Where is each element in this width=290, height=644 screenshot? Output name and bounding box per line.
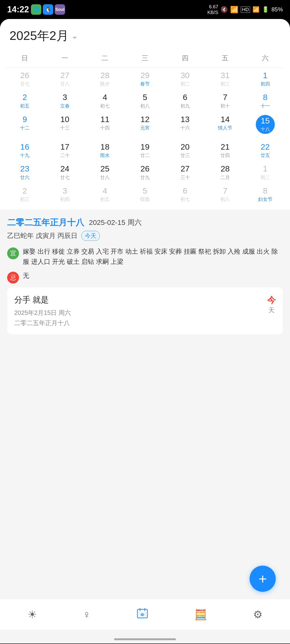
day-mar7[interactable]: 7 初八 [205,183,245,205]
add-event-button[interactable]: + [250,566,276,592]
ganzhi-line: 乙巳蛇年 戊寅月 丙辰日 今天 [7,231,283,241]
day-feb10[interactable]: 10 十三 [45,112,85,139]
weekday-wed: 三 [125,51,165,65]
weekday-mon: 一 [45,51,85,65]
day-mar1[interactable]: 1 初二 [245,161,285,183]
yi-text: 嫁娶 出行 移徙 立券 交易 入宅 开市 动土 祈福 安床 安葬 挂匾 祭祀 拆… [23,246,283,267]
day-mar2[interactable]: 2 初三 [5,183,45,205]
month-toggle-button[interactable]: ⌄ [72,31,78,40]
bottom-nav: ☀ ♀ 15 🧮 ⚙ [0,599,290,630]
spacer [7,338,283,476]
day-feb27[interactable]: 27 三十 [165,161,205,183]
weather-icon: ☀ [28,608,37,620]
nav-anniversary[interactable]: ♀ [78,606,95,623]
status-bar: 14:22 🌐 🐧 Soul 6.67KB/S 🔇 📶 HD 📶 🔋 85% [0,0,290,19]
day-mar4[interactable]: 4 初五 [85,183,125,205]
event-card[interactable]: 分手 就是 2025年2月15日 周六 二零二五年正月十八 今 天 [7,287,283,334]
week-3: 9 十二 10 十三 11 十四 12 元宵 13 十六 14 情人节 [5,112,285,139]
day-feb9[interactable]: 9 十二 [5,112,45,139]
weekday-row: 日 一 二 三 四 五 六 [5,49,285,68]
event-title: 分手 就是 [14,294,267,306]
day-jan28[interactable]: 28 除夕 [85,68,125,90]
weekday-sun: 日 [5,51,45,65]
day-feb19[interactable]: 19 廿二 [125,139,165,161]
day-feb20[interactable]: 20 廿三 [165,139,205,161]
calculator-icon: 🧮 [194,608,207,621]
signal-bars-icon: 📶 [230,6,238,14]
day-feb15-today[interactable]: 15 十八 [245,112,285,139]
app-container: 2025年2月 ⌄ 日 一 二 三 四 五 六 26 廿七 27 廿八 28 [0,19,290,644]
day-feb26[interactable]: 26 廿九 [125,161,165,183]
event-date: 2025年2月15日 周六 [14,309,267,317]
weekday-thu: 四 [165,51,205,65]
status-time: 14:22 [7,4,29,14]
app-icon-browser: 🌐 [31,4,41,15]
day-feb11[interactable]: 11 十四 [85,112,125,139]
day-feb5[interactable]: 5 初八 [125,90,165,111]
today-badge[interactable]: 今天 [81,231,100,241]
day-feb25[interactable]: 25 廿八 [85,161,125,183]
home-indicator [114,638,176,640]
nav-weather[interactable]: ☀ [23,606,42,623]
ganzhi-text: 乙巳蛇年 戊寅月 丙辰日 [7,231,78,240]
day-feb18[interactable]: 18 雨水 [85,139,125,161]
calendar-icon: 15 [136,608,148,622]
ji-row: 忌 无 [7,271,283,284]
battery-icon: 🔋 [262,6,269,13]
week-5: 23 廿六 24 廿七 25 廿八 26 廿九 27 三十 28 二月 [5,161,285,183]
day-jan26[interactable]: 26 廿七 [5,68,45,90]
day-feb21[interactable]: 21 廿四 [205,139,245,161]
nav-calculator[interactable]: 🧮 [189,606,212,623]
day-mar3[interactable]: 3 初四 [45,183,85,205]
day-mar6[interactable]: 6 初七 [165,183,205,205]
ji-badge: 忌 [7,272,19,284]
day-jan29[interactable]: 29 春节 [125,68,165,90]
event-lunar: 二零二五年正月十八 [14,319,267,327]
day-jan30[interactable]: 30 初二 [165,68,205,90]
week-1: 26 廿七 27 廿八 28 除夕 29 春节 30 初二 31 初三 [5,68,285,90]
day-feb16[interactable]: 16 十九 [5,139,45,161]
day-feb6[interactable]: 6 初九 [165,90,205,111]
nav-settings[interactable]: ⚙ [248,606,267,623]
day-feb22[interactable]: 22 廿五 [245,139,285,161]
month-title: 2025年2月 [10,28,69,44]
day-feb7[interactable]: 7 初十 [205,90,245,111]
day-feb17[interactable]: 17 二十 [45,139,85,161]
day-feb23[interactable]: 23 廿六 [5,161,45,183]
signal-mute-icon: 🔇 [221,6,228,13]
yi-row: 宜 嫁娶 出行 移徙 立券 交易 入宅 开市 动土 祈福 安床 安葬 挂匾 祭祀… [7,246,283,267]
day-feb3[interactable]: 3 立春 [45,90,85,111]
lunar-date-big: 二零二五年正月十八 [7,217,84,228]
ji-text: 无 [23,271,283,281]
detail-section: 二零二五年正月十八 2025-02-15 周六 乙巳蛇年 戊寅月 丙辰日 今天 … [0,210,290,481]
day-feb2[interactable]: 2 初五 [5,90,45,111]
day-feb1[interactable]: 1 初四 [245,68,285,90]
event-tian-char: 天 [268,306,274,314]
event-today-indicator: 今 天 [267,294,276,314]
day-feb24[interactable]: 24 廿七 [45,161,85,183]
weekday-sat: 六 [245,51,285,65]
nav-calendar[interactable]: 15 [132,605,153,624]
hd-badge: HD [241,6,250,13]
lunar-date-line: 二零二五年正月十八 2025-02-15 周六 [7,217,283,228]
day-feb4[interactable]: 4 初七 [85,90,125,111]
day-feb8[interactable]: 8 十一 [245,90,285,111]
day-jan27[interactable]: 27 廿八 [45,68,85,90]
weekday-fri: 五 [205,51,245,65]
app-icon-soul: Soul [55,4,65,15]
status-app-icons: 🌐 🐧 Soul [31,4,65,15]
day-feb14[interactable]: 14 情人节 [205,112,245,139]
calendar-section: 日 一 二 三 四 五 六 26 廿七 27 廿八 28 除夕 29 [0,49,290,210]
wifi-icon: 📶 [252,6,259,13]
day-feb12[interactable]: 12 元宵 [125,112,165,139]
day-feb28[interactable]: 28 二月 [205,161,245,183]
day-feb13[interactable]: 13 十六 [165,112,205,139]
week-2: 2 初五 3 立春 4 初七 5 初八 6 初九 7 初十 [5,90,285,111]
day-jan31[interactable]: 31 初三 [205,68,245,90]
event-today-char: 今 [267,294,276,306]
settings-icon: ⚙ [253,608,262,620]
day-mar5[interactable]: 5 惊蛰 [125,183,165,205]
day-mar8[interactable]: 8 妇女节 [245,183,285,205]
network-speed: 6.67KB/S [207,4,218,15]
app-icon-qq: 🐧 [43,4,53,15]
